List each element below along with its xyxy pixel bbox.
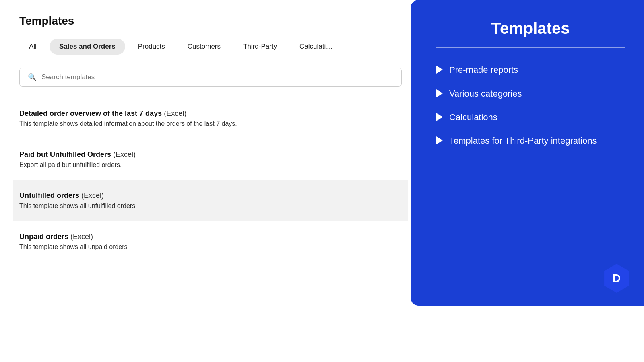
arrow-icon <box>436 136 443 144</box>
panel-item-label: Various categories <box>449 88 522 100</box>
arrow-icon <box>436 89 443 97</box>
panel-item-label: Pre-made reports <box>449 64 518 76</box>
template-item[interactable]: Unfulfilled orders (Excel) This template… <box>13 180 408 221</box>
template-title: Unfulfilled orders (Excel) <box>19 191 402 200</box>
template-format: (Excel) <box>70 232 93 241</box>
template-format: (Excel) <box>164 109 186 117</box>
arrow-icon <box>436 113 443 121</box>
template-format: (Excel) <box>81 191 104 200</box>
template-item[interactable]: Paid but Unfulfilled Orders (Excel) Expo… <box>19 139 402 180</box>
search-icon: 🔍 <box>28 73 37 82</box>
panel-item: Pre-made reports <box>436 64 625 76</box>
tab-calculations[interactable]: Calculati… <box>290 39 342 55</box>
template-description: This template shows detailed information… <box>19 120 402 128</box>
arrow-icon <box>436 66 443 74</box>
panel-item-label: Calculations <box>449 111 497 124</box>
template-item[interactable]: Unpaid orders (Excel) This template show… <box>19 221 402 262</box>
panel-item: Calculations <box>436 111 625 124</box>
panel-item: Various categories <box>436 88 625 100</box>
panel-items-list: Pre-made reports Various categories Calc… <box>436 64 625 147</box>
panel-title: Templates <box>436 19 625 37</box>
badge-letter: D <box>602 264 631 293</box>
template-format: (Excel) <box>113 150 136 158</box>
tab-third-party[interactable]: Third-Party <box>233 39 287 55</box>
template-description: This template shows all unpaid orders <box>19 243 402 251</box>
template-item[interactable]: Detailed order overview of the last 7 da… <box>19 98 402 139</box>
panel-item: Templates for Third-Party integrations <box>436 135 625 147</box>
templates-list: Detailed order overview of the last 7 da… <box>19 98 402 262</box>
badge-icon: D <box>602 264 631 293</box>
template-description: Export all paid but unfulfilled orders. <box>19 161 402 169</box>
info-panel: Templates Pre-made reports Various categ… <box>411 0 644 306</box>
panel-divider <box>436 47 625 48</box>
search-input[interactable] <box>41 73 393 81</box>
panel-item-label: Templates for Third-Party integrations <box>449 135 597 147</box>
tab-sales-orders[interactable]: Sales and Orders <box>50 39 125 55</box>
tab-customers[interactable]: Customers <box>178 39 230 55</box>
template-title: Paid but Unfulfilled Orders (Excel) <box>19 150 402 159</box>
template-title: Unpaid orders (Excel) <box>19 232 402 241</box>
template-title: Detailed order overview of the last 7 da… <box>19 109 402 118</box>
search-bar: 🔍 <box>19 68 402 87</box>
tab-products[interactable]: Products <box>128 39 175 55</box>
template-description: This template shows all unfulfilled orde… <box>19 202 402 210</box>
tab-all[interactable]: All <box>19 39 46 55</box>
